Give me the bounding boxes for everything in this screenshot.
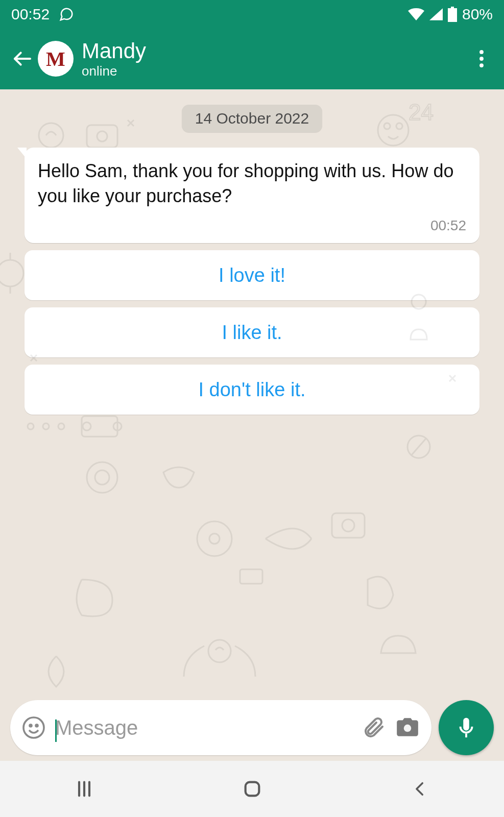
date-separator: 14 October 2022 [182, 105, 323, 132]
emoji-icon[interactable] [21, 715, 46, 740]
whatsapp-notification-icon [59, 7, 74, 22]
avatar-letter: M [46, 47, 65, 71]
svg-rect-39 [245, 782, 259, 796]
input-bar: Message [0, 694, 504, 761]
chat-header: M Mandy online [0, 28, 504, 89]
svg-point-19 [95, 470, 109, 485]
chat-area[interactable]: 24 14 October 2022 Hello Sa [0, 89, 504, 761]
svg-point-25 [43, 423, 49, 429]
quick-reply-like-it[interactable]: I like it. [25, 307, 479, 357]
message-text: Hello Sam, thank you for shopping with u… [38, 159, 466, 208]
svg-point-11 [0, 260, 23, 286]
nav-back-button[interactable] [400, 768, 441, 809]
svg-point-16 [83, 422, 91, 430]
svg-point-34 [404, 725, 412, 732]
svg-point-9 [378, 115, 409, 146]
svg-point-17 [113, 422, 122, 430]
contact-name: Mandy [82, 39, 146, 63]
message-time: 00:52 [38, 218, 466, 234]
svg-point-14 [407, 436, 430, 458]
svg-rect-30 [240, 569, 262, 584]
svg-rect-7 [87, 125, 117, 148]
svg-point-8 [97, 131, 107, 141]
nav-home-button[interactable] [232, 768, 273, 809]
status-time: 00:52 [11, 6, 50, 23]
svg-point-33 [36, 725, 38, 727]
nav-recents-button[interactable] [64, 768, 105, 809]
android-nav-bar [0, 761, 504, 817]
svg-point-6 [39, 123, 63, 148]
voice-message-button[interactable] [439, 700, 494, 755]
svg-point-23 [342, 519, 354, 532]
contact-status: online [82, 64, 146, 79]
back-button[interactable] [10, 46, 35, 71]
signal-icon [429, 8, 443, 20]
svg-point-18 [87, 462, 117, 493]
svg-point-5 [479, 63, 484, 67]
quick-reply-dont-like-it[interactable]: I don't like it. [25, 365, 479, 415]
message-input[interactable]: Message [55, 716, 352, 739]
contact-avatar[interactable]: M [38, 41, 74, 77]
camera-icon[interactable] [395, 715, 420, 740]
contact-info[interactable]: Mandy online [82, 39, 146, 79]
wifi-icon [408, 8, 424, 20]
battery-icon [448, 7, 457, 22]
svg-rect-1 [448, 8, 457, 22]
quick-reply-options: I love it! I like it. I don't like it. [25, 250, 479, 415]
battery-percentage: 80% [462, 6, 493, 23]
message-placeholder: Message [55, 716, 138, 739]
svg-point-32 [30, 725, 32, 727]
svg-rect-0 [451, 7, 454, 8]
attachment-icon[interactable] [361, 715, 386, 740]
quick-reply-love-it[interactable]: I love it! [25, 250, 479, 300]
svg-point-26 [58, 423, 64, 429]
svg-point-4 [479, 57, 484, 61]
message-input-container: Message [10, 700, 431, 755]
svg-text:24: 24 [409, 100, 434, 125]
svg-point-20 [197, 521, 232, 556]
more-options-button[interactable] [469, 46, 494, 71]
svg-rect-15 [82, 416, 117, 437]
svg-point-24 [28, 423, 34, 429]
text-cursor [55, 719, 57, 742]
svg-point-21 [209, 534, 220, 544]
svg-point-29 [208, 640, 231, 662]
svg-point-31 [23, 717, 44, 738]
status-bar: 00:52 80% [0, 0, 504, 28]
svg-rect-35 [465, 734, 467, 738]
incoming-message[interactable]: Hello Sam, thank you for shopping with u… [25, 148, 479, 243]
svg-point-3 [479, 50, 484, 54]
svg-rect-22 [332, 513, 365, 538]
